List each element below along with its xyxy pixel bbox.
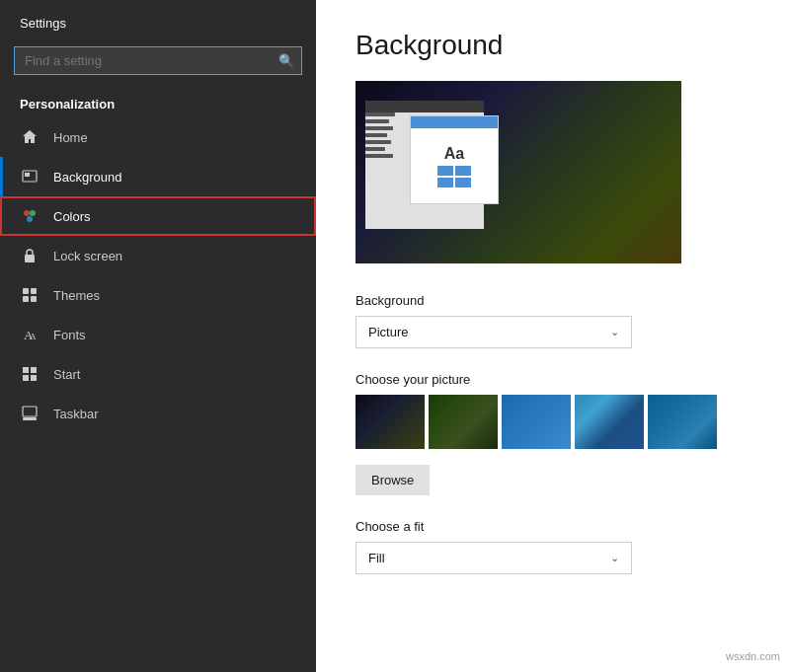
themes-icon	[20, 285, 40, 305]
svg-rect-17	[23, 417, 37, 420]
picture-grid	[356, 395, 750, 449]
preview-window-body: Aa	[411, 128, 498, 203]
background-dropdown[interactable]: Picture ⌄	[356, 316, 632, 348]
fit-dropdown[interactable]: Fill ⌄	[356, 542, 632, 574]
sidebar-item-lock-screen[interactable]: Lock screen	[0, 236, 316, 275]
preview-window: Aa	[410, 115, 499, 204]
search-box[interactable]: 🔍	[14, 46, 302, 75]
background-preview: Aa	[356, 81, 681, 263]
preview-tile	[437, 178, 453, 187]
colors-icon	[20, 206, 40, 226]
page-title: Background	[356, 30, 750, 61]
start-icon	[20, 364, 40, 384]
sidebar-item-taskbar[interactable]: Taskbar	[0, 394, 316, 433]
picture-thumb-2[interactable]	[429, 395, 498, 449]
home-icon	[20, 127, 40, 147]
svg-rect-14	[23, 375, 29, 381]
svg-rect-16	[23, 407, 37, 416]
sidebar-item-start-label: Start	[53, 367, 80, 382]
search-icon: 🔍	[278, 53, 294, 68]
preview-window-titlebar	[411, 116, 498, 128]
preview-bar	[365, 112, 395, 116]
svg-point-4	[27, 216, 33, 222]
preview-aa-text: Aa	[444, 145, 464, 163]
preview-bar	[365, 147, 385, 151]
sidebar-item-start[interactable]: Start	[0, 354, 316, 394]
sidebar-item-themes[interactable]: Themes	[0, 275, 316, 315]
search-input[interactable]	[14, 46, 302, 75]
svg-rect-8	[23, 296, 29, 302]
chevron-down-icon-fit: ⌄	[610, 552, 619, 564]
svg-point-2	[24, 210, 30, 216]
background-icon	[20, 167, 40, 187]
sidebar-item-background-label: Background	[53, 170, 121, 185]
svg-rect-6	[23, 288, 29, 294]
svg-point-3	[30, 210, 36, 216]
sidebar-item-fonts[interactable]: A A Fonts	[0, 315, 316, 354]
app-title: Settings	[0, 0, 316, 38]
section-label: Personalization	[0, 87, 316, 117]
preview-bar	[365, 140, 391, 144]
svg-rect-9	[31, 296, 37, 302]
svg-rect-7	[31, 288, 37, 294]
fit-dropdown-value: Fill	[368, 551, 385, 565]
background-dropdown-value: Picture	[368, 325, 408, 339]
sidebar-item-lock-screen-label: Lock screen	[53, 249, 122, 263]
preview-bar	[365, 133, 387, 137]
sidebar-item-taskbar-label: Taskbar	[53, 407, 99, 421]
preview-tile	[437, 166, 453, 176]
picture-thumb-4[interactable]	[575, 395, 644, 449]
picture-thumb-5[interactable]	[648, 395, 717, 449]
choose-picture-label: Choose your picture	[356, 372, 750, 387]
preview-tile	[455, 178, 471, 187]
svg-rect-13	[31, 367, 37, 373]
preview-tiles	[437, 166, 471, 187]
taskbar-icon	[20, 404, 40, 423]
sidebar-item-colors-label: Colors	[53, 209, 91, 224]
svg-rect-12	[23, 367, 29, 373]
picture-thumb-3[interactable]	[502, 395, 571, 449]
sidebar-item-colors[interactable]: Colors	[0, 196, 316, 236]
preview-sidebar-bars	[365, 112, 395, 158]
background-field-label: Background	[356, 293, 750, 308]
sidebar-item-home-label: Home	[53, 130, 88, 145]
svg-rect-5	[25, 255, 35, 262]
browse-button[interactable]: Browse	[356, 465, 430, 495]
lock-icon	[20, 246, 40, 265]
preview-taskbar	[365, 101, 484, 112]
sidebar-item-background[interactable]: Background	[0, 157, 316, 196]
fonts-icon: A A	[20, 325, 40, 344]
sidebar: Settings 🔍 Personalization Home	[0, 0, 316, 672]
picture-thumb-1[interactable]	[356, 395, 425, 449]
preview-tile	[455, 166, 471, 176]
svg-rect-15	[31, 375, 37, 381]
main-content: Background	[316, 0, 790, 672]
chevron-down-icon: ⌄	[610, 326, 619, 338]
svg-rect-1	[25, 173, 30, 177]
sidebar-item-themes-label: Themes	[53, 288, 100, 303]
preview-bar	[365, 119, 389, 123]
sidebar-item-fonts-label: Fonts	[53, 328, 86, 342]
preview-bar	[365, 154, 393, 158]
watermark: wsxdn.com	[726, 650, 780, 662]
preview-bar	[365, 126, 393, 130]
svg-text:A: A	[30, 332, 37, 341]
sidebar-item-home[interactable]: Home	[0, 117, 316, 157]
choose-fit-label: Choose a fit	[356, 519, 750, 534]
